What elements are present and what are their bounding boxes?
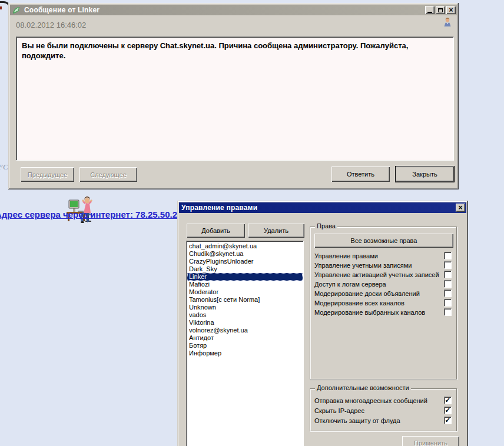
list-item[interactable]: Unknown — [187, 304, 303, 311]
server-address-link[interactable]: Адрес сервера через интернет: 78.25.50.2… — [0, 209, 187, 219]
previous-message-button: Предыдущее — [21, 167, 74, 182]
maximize-button[interactable] — [436, 6, 445, 14]
rights-groupbox-label: Права — [315, 222, 337, 229]
close-window-button[interactable]: × — [446, 6, 456, 14]
checkbox[interactable] — [444, 308, 452, 316]
list-item[interactable]: Chudik@skynet.ua — [187, 250, 303, 258]
close-window-button[interactable]: × — [456, 204, 465, 212]
list-item[interactable]: volnorez@skynet.ua — [187, 327, 303, 334]
list-item[interactable]: chat_admin@skynet.ua — [187, 242, 303, 250]
rights-window-titlebar[interactable]: Управление правами × — [179, 202, 466, 213]
message-window-title: Сообщение от Linker — [24, 6, 100, 14]
apply-button: Применить — [402, 436, 459, 446]
close-message-button[interactable]: Закрыть — [396, 167, 454, 182]
all-rights-button[interactable]: Все возможные права — [314, 234, 453, 248]
list-item[interactable]: Информер — [187, 350, 303, 357]
extra-label: Скрыть IP-адрес — [314, 407, 364, 414]
list-item[interactable]: vados — [187, 311, 303, 319]
list-item[interactable]: Moderator — [187, 288, 303, 296]
checkbox[interactable] — [444, 252, 452, 259]
message-window: Сообщение от Linker × 08.02.2012 16:46:0… — [8, 3, 459, 189]
right-label: Управление правами — [314, 252, 378, 259]
next-message-button: Следующее — [79, 167, 137, 182]
right-label: Модерирование выбранных каналов — [314, 309, 425, 316]
reply-button[interactable]: Ответить — [331, 167, 390, 182]
list-item[interactable]: Viktorina — [187, 319, 303, 327]
user-avatar-icon — [443, 17, 452, 28]
minimize-button[interactable] — [425, 6, 435, 14]
extra-groupbox-label: Дополнительные возможности — [315, 384, 411, 391]
checkbox[interactable] — [444, 261, 452, 269]
checkbox[interactable] — [444, 397, 452, 404]
extra-label: Отключить защиту от флуда — [314, 417, 400, 424]
rights-window-title: Управление правами — [181, 204, 257, 212]
desktop: FCL Адрес сервера через интернет: 78.25.… — [0, 0, 504, 446]
message-window-titlebar[interactable]: Сообщение от Linker × — [10, 5, 457, 15]
list-item[interactable]: Mafiozi — [187, 281, 303, 288]
checkbox[interactable] — [444, 417, 452, 424]
add-user-button[interactable]: Добавить — [187, 224, 245, 238]
extra-abilities-groupbox: Дополнительные возможности Отправка мног… — [310, 388, 457, 431]
right-label: Управление активацией учетных записей — [314, 271, 439, 278]
message-body-box: Вы не были подключены к серверу Chat.sky… — [16, 36, 454, 161]
list-item[interactable]: Tamonius[с сети Norma] — [187, 296, 303, 304]
list-item[interactable]: Антидот — [187, 334, 303, 342]
right-label: Управление учетными записями — [314, 262, 412, 269]
messenger-icon — [12, 6, 22, 15]
list-item[interactable]: Dark_Sky — [187, 265, 303, 273]
rights-window: Управление правами × Добавить Удалить ch… — [177, 201, 468, 446]
checkbox[interactable] — [444, 289, 452, 297]
message-body-text: Вы не были подключены к серверу Chat.sky… — [22, 41, 408, 60]
checkbox[interactable] — [444, 271, 452, 278]
rights-groupbox: Права Все возможные права Управление пра… — [310, 227, 457, 380]
list-item[interactable]: CrazyPluginsUnloader — [187, 258, 303, 265]
list-item[interactable]: Ботяр — [187, 342, 303, 350]
user-listbox[interactable]: chat_admin@skynet.ua Chudik@skynet.ua Cr… — [186, 241, 304, 446]
right-label: Модерирование всех каналов — [314, 299, 404, 307]
checkbox[interactable] — [444, 299, 452, 307]
right-label: Модерирование доски объявлений — [314, 290, 420, 297]
list-item-selected[interactable]: Linker — [187, 273, 303, 281]
extra-label: Отправка многоадресных сообщений — [314, 397, 427, 404]
checkbox[interactable] — [444, 407, 452, 414]
checkbox[interactable] — [444, 280, 452, 288]
delete-user-button[interactable]: Удалить — [248, 224, 304, 238]
message-timestamp: 08.02.2012 16:46:02 — [16, 21, 86, 29]
right-label: Доступ к логам сервера — [314, 281, 386, 288]
background-window-fragment — [0, 6, 2, 9]
